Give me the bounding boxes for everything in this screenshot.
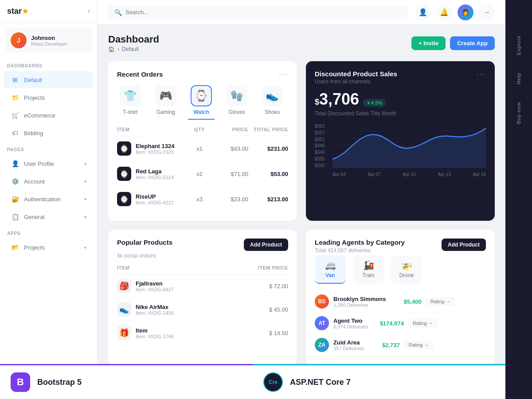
popular-products-title: Popular Products	[117, 239, 172, 246]
van-icon: 🚐	[325, 260, 336, 270]
user-circle-icon[interactable]: 👤	[415, 4, 431, 20]
sidebar-item-label: Bidding	[24, 130, 43, 137]
tab-tshirt[interactable]: 👕 T-shirt	[117, 85, 144, 120]
logo: star★	[7, 6, 29, 16]
page-title-row: Dashboard 🏠 › Default + Invite Create Ap…	[108, 34, 495, 52]
sidebar-item-user-profile[interactable]: 👤 User Profile ▾	[4, 155, 94, 172]
sidebar-item-apps-projects[interactable]: 📂 Projects ▾	[4, 239, 94, 256]
list-item: 🎁 Item Item: #XDG-1746 $ 14.50	[117, 321, 288, 345]
x-label: Apr 04	[332, 172, 345, 177]
collapse-button[interactable]: ‹	[88, 7, 90, 15]
tshirt-icon: 👕	[120, 85, 141, 106]
col-total: TOTAL PRICE	[248, 127, 288, 132]
rating-button[interactable]: Rating →	[426, 297, 455, 306]
notification-icon[interactable]: 🔔	[436, 4, 452, 20]
y-label: $346	[315, 143, 325, 148]
order-item-details: RiseUP Item: #XDG-4222	[136, 193, 174, 205]
product-details: Item Item: #XDG-1746	[136, 327, 174, 339]
agent-earnings: $2,737	[369, 342, 400, 348]
order-total: $231.00	[248, 145, 288, 152]
watch-icon: ⌚	[191, 85, 212, 106]
explore-button[interactable]: Explore	[516, 27, 521, 64]
create-app-button[interactable]: Create App	[450, 36, 495, 50]
search-input[interactable]	[125, 9, 402, 16]
tab-train[interactable]: 🚂 Train	[353, 255, 384, 284]
order-item-info: ⌚ RiseUP Item: #XDG-4222	[117, 192, 186, 206]
order-item-info: ⌚ Elephant 1324 Item: #XDG-1523	[117, 141, 186, 156]
more-options-icon[interactable]: ···	[477, 70, 486, 78]
more-options-icon[interactable]: ···	[279, 70, 288, 78]
sidebar-item-label: Authentication	[24, 196, 60, 203]
sidebar-item-ecommerce[interactable]: 🛒 eCommerce	[4, 107, 94, 124]
agent-deliveries: 1,240 Deliveries	[333, 302, 386, 308]
logo-text: star	[7, 7, 22, 16]
agent-name: Brooklyn Simmons	[333, 296, 386, 302]
recent-orders-header: Recent Orders ···	[117, 70, 288, 78]
x-label: Apr 18	[473, 172, 486, 177]
arrow-right-icon[interactable]: →	[479, 4, 495, 20]
list-item: AT Agent Two 6,074 Deliveries $174,074 R…	[315, 313, 486, 334]
help-button[interactable]: Help	[516, 64, 521, 93]
agent-tabs: 🚐 Van 🚂 Train 🚁 Drone	[315, 255, 486, 284]
rating-button[interactable]: Rating →	[404, 340, 434, 349]
orders-table: ITEM QTY PRICE TOTAL PRICE ⌚ Elephant 13…	[117, 127, 288, 212]
bootstrap-card: B Bootstrap 5	[0, 364, 253, 399]
tab-gaming-label: Gaming	[156, 109, 175, 115]
buy-now-button[interactable]: Buy now	[516, 93, 521, 133]
agent-avatar: ZA	[315, 338, 329, 352]
agent-avatar: AT	[315, 316, 329, 330]
user-role: React Developer	[31, 41, 67, 47]
order-price: $43.00	[213, 145, 248, 152]
order-qty: x3	[186, 196, 213, 203]
product-price: $ 14.50	[244, 330, 288, 336]
folder2-icon: 📂	[11, 243, 20, 252]
sidebar-item-account[interactable]: ⚙️ Account ▾	[4, 173, 94, 190]
chevron-down-icon: ▾	[84, 197, 86, 202]
sales-badge: ▼4.5%	[363, 99, 386, 107]
y-label: $340	[315, 150, 325, 155]
sidebar-item-label: User Profile	[24, 160, 54, 167]
tab-gaming[interactable]: 🎮 Gaming	[153, 85, 179, 120]
products-table-header: ITEM ITEM PRICE	[117, 265, 288, 274]
pages-label: PAGES	[0, 142, 97, 155]
invite-button[interactable]: + Invite	[411, 36, 446, 50]
order-item-name: Red Laga	[136, 168, 174, 175]
product-price: $ 72.00	[244, 283, 288, 289]
tab-gloves[interactable]: 🧤 Gloves	[223, 85, 250, 120]
currency-symbol: $	[315, 98, 319, 107]
sales-amount-row: $ 3,706 ▼4.5%	[315, 90, 486, 109]
tab-watch[interactable]: ⌚ Watch	[188, 85, 215, 120]
chart-area	[332, 124, 486, 168]
sidebar-item-bidding[interactable]: 🏷 Bidding	[4, 125, 94, 141]
sidebar-item-projects[interactable]: 📁 Projects	[4, 89, 94, 106]
product-sku: Item: #XDG-6437	[136, 287, 174, 292]
popular-title-section: Popular Products	[117, 239, 172, 246]
tab-shoes[interactable]: 👟 Shoes	[259, 85, 286, 120]
tab-train-label: Train	[363, 272, 375, 278]
user-profile-card: J Johnson React Developer	[5, 28, 92, 53]
sidebar-item-label: Projects	[24, 94, 45, 101]
orders-table-header: ITEM QTY PRICE TOTAL PRICE	[117, 127, 288, 136]
col-price: PRICE	[213, 127, 248, 132]
product-details: Fjallraven Item: #XDG-6437	[136, 280, 174, 292]
tab-van[interactable]: 🚐 Van	[315, 255, 346, 284]
order-item-sku: Item: #XDG-4222	[136, 200, 174, 205]
header-avatar[interactable]: 👩	[458, 4, 473, 20]
user-name: Johnson	[31, 35, 67, 41]
list-icon: 📋	[11, 212, 20, 221]
sidebar-item-label: Account	[24, 178, 45, 185]
search-bar[interactable]: 🔍	[108, 5, 408, 20]
y-label: $351	[315, 137, 325, 142]
sales-label: Total Discounted Sales This Month	[315, 110, 486, 117]
tab-watch-label: Watch	[193, 109, 209, 115]
x-label: Apr 10	[403, 172, 415, 177]
sidebar-item-authentication[interactable]: 🔐 Authentication ▾	[4, 191, 94, 207]
sidebar-item-default[interactable]: ⊞ Default	[4, 71, 94, 88]
order-item-details: Elephant 1324 Item: #XDG-1523	[136, 143, 174, 155]
add-product-button-agents[interactable]: Add Product	[442, 239, 486, 251]
tab-drone[interactable]: 🚁 Drone	[391, 255, 422, 284]
sidebar-item-general[interactable]: 📋 General ▾	[4, 208, 94, 225]
list-item: 👟 Nike AirMax Item: #XDG-1836 $ 45.00	[117, 298, 288, 321]
add-product-button[interactable]: Add Product	[244, 239, 288, 251]
rating-button[interactable]: Rating →	[408, 319, 438, 328]
